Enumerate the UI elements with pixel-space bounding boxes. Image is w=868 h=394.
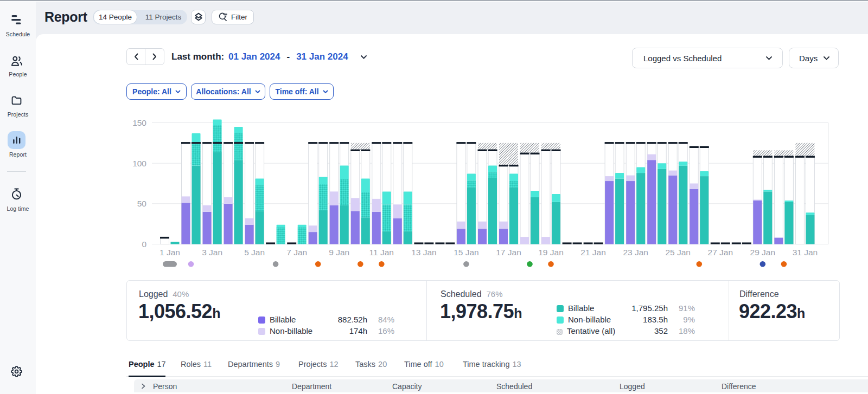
svg-text:50: 50 <box>137 199 147 208</box>
svg-text:1 Jan: 1 Jan <box>159 248 180 257</box>
svg-text:0: 0 <box>142 240 146 249</box>
svg-text:7 Jan: 7 Jan <box>286 248 307 257</box>
svg-text:29 Jan: 29 Jan <box>750 248 776 257</box>
svg-text:21 Jan: 21 Jan <box>580 248 606 257</box>
svg-text:23 Jan: 23 Jan <box>623 248 648 257</box>
svg-text:19 Jan: 19 Jan <box>538 248 564 257</box>
svg-text:100: 100 <box>132 159 146 168</box>
svg-text:3 Jan: 3 Jan <box>202 248 222 257</box>
svg-text:5 Jan: 5 Jan <box>244 248 265 257</box>
svg-text:13 Jan: 13 Jan <box>411 248 437 257</box>
svg-text:31 Jan: 31 Jan <box>793 248 818 257</box>
svg-text:9 Jan: 9 Jan <box>329 248 349 257</box>
svg-text:150: 150 <box>132 118 146 127</box>
svg-text:17 Jan: 17 Jan <box>496 248 521 257</box>
svg-text:15 Jan: 15 Jan <box>454 248 479 257</box>
svg-text:25 Jan: 25 Jan <box>665 248 691 257</box>
svg-text:11 Jan: 11 Jan <box>369 248 394 257</box>
svg-text:27 Jan: 27 Jan <box>708 248 733 257</box>
